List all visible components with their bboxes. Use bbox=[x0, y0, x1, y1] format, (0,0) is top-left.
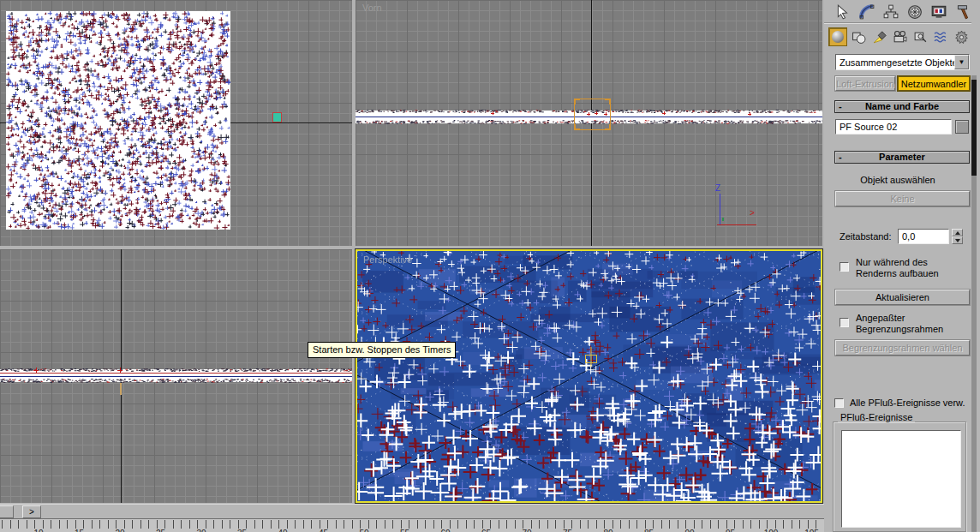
lights-flashlight-icon bbox=[872, 30, 887, 45]
spinner-up-icon[interactable] bbox=[952, 229, 963, 236]
tab-modify[interactable] bbox=[857, 2, 877, 21]
time-offset-input[interactable] bbox=[898, 229, 949, 244]
ruler-tick bbox=[295, 520, 296, 529]
ruler-tick bbox=[222, 520, 223, 529]
ruler-tick bbox=[515, 520, 516, 529]
tab-motion[interactable] bbox=[905, 2, 925, 21]
ruler-frame-number: 15 bbox=[75, 529, 84, 532]
x-axis-arrow-icon: > bbox=[750, 208, 755, 218]
category-systems[interactable] bbox=[952, 27, 971, 46]
ruler-tick bbox=[246, 520, 247, 529]
pick-bbox-button[interactable]: Begrenzungsrahmen wählen bbox=[835, 340, 970, 356]
trackbar-expand-button[interactable]: > bbox=[22, 505, 41, 518]
ruler-tick bbox=[392, 520, 393, 529]
viewport-left[interactable] bbox=[0, 249, 352, 503]
left-viewport-particle-band bbox=[0, 366, 352, 386]
tab-display[interactable] bbox=[929, 2, 949, 21]
utilities-hammer-icon bbox=[955, 4, 971, 20]
ruler-frame-number: 10 bbox=[33, 529, 43, 532]
ruler-tick bbox=[425, 520, 426, 529]
ruler-tick bbox=[43, 520, 44, 529]
mesher-object-icon[interactable] bbox=[272, 112, 282, 123]
ruler-tick bbox=[124, 520, 125, 529]
category-lights[interactable] bbox=[869, 27, 888, 46]
tab-create[interactable] bbox=[833, 2, 853, 21]
ruler-frame-number: 25 bbox=[156, 529, 165, 532]
object-color-swatch[interactable] bbox=[955, 120, 969, 134]
category-cameras[interactable] bbox=[890, 27, 909, 46]
spinner-down-icon[interactable] bbox=[952, 236, 963, 244]
pick-object-none-button[interactable]: Keine bbox=[835, 191, 970, 206]
ruler-tick bbox=[327, 520, 328, 529]
pflow-events-listbox[interactable] bbox=[841, 430, 961, 528]
category-geometry[interactable] bbox=[828, 27, 847, 46]
ruler-tick bbox=[27, 520, 27, 529]
ruler-tick bbox=[767, 520, 768, 529]
ruler-tick bbox=[238, 520, 239, 529]
rollout-title: Parameter bbox=[879, 152, 925, 162]
ruler-tick bbox=[555, 520, 556, 529]
all-pflow-checkbox[interactable] bbox=[834, 398, 844, 408]
ruler-tick bbox=[694, 520, 695, 529]
ruler-tick bbox=[140, 520, 141, 529]
tab-utilities[interactable] bbox=[953, 2, 973, 21]
time-offset-label: Zeitabstand: bbox=[840, 231, 892, 242]
ruler-tick bbox=[523, 520, 523, 529]
ruler-tick bbox=[750, 520, 751, 529]
tab-hierarchy[interactable] bbox=[881, 2, 901, 21]
divider bbox=[824, 22, 971, 23]
display-monitor-icon bbox=[931, 4, 947, 20]
chevron-down-icon[interactable]: ▼ bbox=[954, 55, 969, 69]
ruler-tick bbox=[336, 520, 337, 529]
ruler-tick bbox=[775, 520, 776, 529]
render-only-checkbox[interactable] bbox=[840, 262, 849, 272]
ruler-tick bbox=[450, 520, 451, 529]
viewport-front[interactable]: Vorn Z > bbox=[356, 0, 822, 246]
selection-brackets bbox=[574, 99, 611, 130]
motion-wheel-icon bbox=[907, 4, 923, 20]
ruler-tick bbox=[612, 520, 613, 529]
object-category-dropdown[interactable]: Zusammengesetzte Objekte ▼ bbox=[835, 54, 970, 70]
object-name-input[interactable] bbox=[835, 119, 952, 134]
ruler-tick bbox=[116, 520, 117, 529]
category-helpers[interactable] bbox=[911, 27, 929, 46]
cameras-icon bbox=[893, 30, 907, 45]
category-shapes[interactable] bbox=[849, 27, 868, 46]
ruler-tick bbox=[320, 520, 320, 529]
panel-scrollbar[interactable] bbox=[971, 75, 977, 532]
ruler-frame-number: 35 bbox=[237, 529, 247, 532]
ruler-tick bbox=[718, 520, 719, 529]
hierarchy-icon bbox=[883, 4, 899, 20]
ruler-tick bbox=[360, 520, 361, 529]
ruler-tick bbox=[734, 520, 735, 529]
category-space-warps[interactable] bbox=[931, 27, 950, 46]
mesher-button[interactable]: Netzumwandler bbox=[898, 76, 970, 91]
rollout-parameter[interactable]: - Parameter bbox=[834, 151, 970, 164]
ruler-tick bbox=[466, 520, 467, 529]
time-offset-spinner[interactable] bbox=[952, 229, 963, 244]
ruler-tick bbox=[10, 520, 11, 529]
ruler-tick bbox=[409, 520, 409, 529]
ruler-tick bbox=[710, 520, 711, 529]
viewport-perspective[interactable]: Perspektive bbox=[356, 249, 822, 503]
emitter-tick bbox=[120, 383, 122, 395]
ruler-tick bbox=[678, 520, 678, 529]
update-button[interactable]: Aktualisieren bbox=[835, 290, 970, 305]
ruler-tick bbox=[596, 520, 597, 529]
rollout-name-und-farbe[interactable]: - Name und Farbe bbox=[834, 100, 970, 113]
viewport-top[interactable] bbox=[0, 0, 352, 246]
time-ruler[interactable]: 1015202530354045505560657075808590951001… bbox=[0, 518, 824, 532]
perspective-particle-scene bbox=[357, 251, 821, 501]
ruler-frame-number: 80 bbox=[603, 529, 612, 532]
ruler-frame-number: 60 bbox=[440, 529, 450, 532]
ruler-tick bbox=[499, 520, 499, 529]
panel-scrollbar-thumb[interactable] bbox=[971, 80, 977, 176]
clipped-button[interactable] bbox=[0, 505, 14, 518]
ruler-tick bbox=[580, 520, 581, 529]
custom-bbox-checkbox[interactable] bbox=[840, 318, 849, 327]
ruler-tick bbox=[417, 520, 418, 529]
ruler-frame-number: 90 bbox=[684, 529, 694, 532]
ruler-tick bbox=[816, 520, 816, 529]
loft-extrusion-button[interactable]: Loft-Extrusion bbox=[835, 76, 895, 91]
ruler-tick bbox=[759, 520, 760, 529]
